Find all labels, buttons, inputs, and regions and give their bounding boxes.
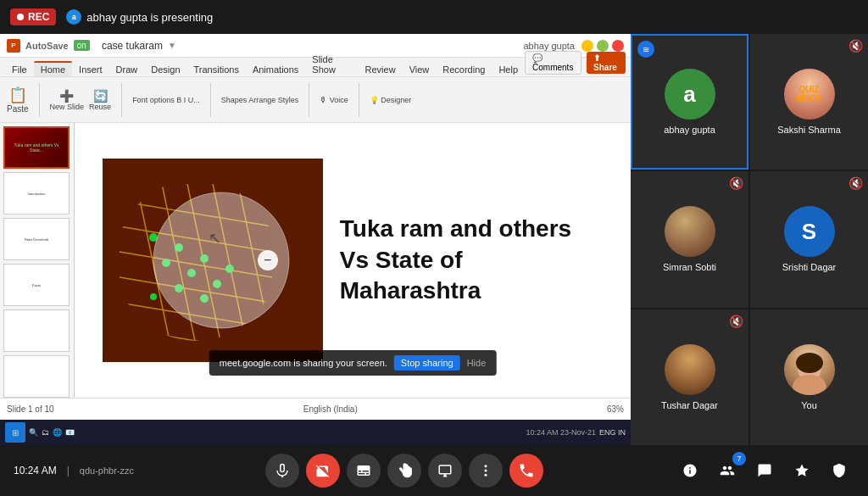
people-badge: 7 — [732, 452, 746, 465]
simran-name: Simran Sobti — [663, 262, 716, 272]
ppt-user: abhay gupta — [523, 41, 575, 51]
top-bar: REC a abhay gupta is presenting — [0, 0, 868, 34]
presentation-area: P AutoSave on case tukaram ▼ abhay gupta… — [0, 34, 631, 445]
activities-button[interactable] — [787, 455, 817, 486]
quizmock-logo: QUIZMOCK — [796, 85, 822, 103]
close-button[interactable]: ✕ — [612, 40, 624, 52]
share-notification-text: meet.google.com is sharing your screen. — [220, 358, 387, 368]
svg-point-35 — [485, 474, 487, 476]
ppt-title-left: P AutoSave on case tukaram ▼ — [7, 39, 176, 53]
ppt-filename: case tukaram — [102, 40, 163, 52]
tab-insert[interactable]: Insert — [72, 63, 109, 76]
raise-hand-button[interactable] — [387, 454, 421, 488]
slide-thumb-3[interactable]: Ratio Decidendi — [3, 218, 70, 260]
tab-animations[interactable]: Animations — [246, 63, 305, 76]
minimize-button[interactable]: — — [581, 40, 593, 52]
slide-thumb-6[interactable] — [3, 355, 70, 398]
tushar-mute-icon: 🔇 — [729, 315, 743, 328]
participants-sidebar: ≋ a abhay gupta 🔇 QUIZMOCK Sakshi Sharma… — [631, 34, 868, 445]
zoom-level: 63% — [607, 404, 624, 414]
svg-point-31 — [793, 375, 826, 395]
sakshi-avatar: QUIZMOCK — [784, 69, 835, 120]
you-avatar — [784, 344, 835, 395]
info-button[interactable] — [675, 455, 705, 486]
rec-label: REC — [28, 11, 49, 23]
abhay-avatar: a — [665, 69, 715, 120]
srishti-name: Srishti Dagar — [782, 262, 837, 272]
camera-button[interactable] — [306, 454, 340, 488]
slides-panel: 1 Tuka ram and others Vs State... 2 Intr… — [0, 123, 75, 398]
meeting-id: qdu-phbr-zzc — [80, 465, 134, 476]
rec-dot — [17, 14, 24, 20]
slide-thumb-4[interactable]: Facts — [3, 264, 70, 306]
tab-slideshow[interactable]: Slide Show — [305, 53, 358, 76]
hide-button[interactable]: Hide — [467, 358, 487, 368]
svg-point-33 — [485, 465, 487, 467]
rec-button[interactable]: REC — [10, 8, 56, 25]
tab-draw[interactable]: Draw — [109, 63, 145, 76]
simran-avatar — [665, 206, 715, 257]
comments-btn[interactable]: 💬 Comments — [525, 51, 581, 75]
ppt-window-controls: — □ ✕ — [581, 40, 624, 52]
participant-tile-simran: 🔇 Simran Sobti — [631, 171, 748, 307]
simran-mute-icon: 🔇 — [729, 176, 743, 190]
present-button[interactable] — [428, 454, 462, 488]
mic-button[interactable] — [265, 454, 299, 488]
safety-button[interactable] — [824, 455, 854, 486]
bottom-left: 10:24 AM | qdu-phbr-zzc — [14, 465, 134, 476]
main-content: P AutoSave on case tukaram ▼ abhay gupta… — [0, 34, 868, 445]
tab-home[interactable]: Home — [34, 61, 72, 76]
slide-content: ↖ − Tuka ram and others Vs State of Maha… — [103, 137, 603, 384]
ribbon-paste[interactable]: 📋Paste — [7, 86, 29, 114]
slide-count: Slide 1 of 10 — [7, 404, 54, 414]
more-options-button[interactable] — [469, 454, 503, 488]
svg-point-32 — [796, 353, 823, 373]
win-start-button[interactable]: ⊞ — [5, 422, 25, 443]
slide-thumb-2[interactable]: Introduction — [3, 172, 70, 215]
participant-tile-sakshi: 🔇 QUIZMOCK Sakshi Sharma — [750, 34, 868, 170]
srishti-mute-icon: 🔇 — [849, 176, 863, 190]
share-btn[interactable]: ⬆ Share — [587, 52, 626, 74]
stop-sharing-button[interactable]: Stop sharing — [394, 355, 460, 371]
end-call-button[interactable] — [509, 454, 543, 488]
you-name: You — [801, 400, 817, 410]
captions-button[interactable] — [347, 454, 381, 488]
tab-transitions[interactable]: Transitions — [187, 63, 246, 76]
slide-thumb-1[interactable]: Tuka ram and others Vs State... — [3, 126, 70, 169]
abhay-name: abhay gupta — [664, 125, 715, 135]
presenter-text: abhay gupta is presenting — [86, 11, 213, 24]
tab-design[interactable]: Design — [144, 63, 186, 76]
ppt-window: P AutoSave on case tukaram ▼ abhay gupta… — [0, 34, 631, 445]
slide-graphic: ↖ − — [103, 159, 323, 362]
maximize-button[interactable]: □ — [597, 40, 609, 52]
slide-thumb-5[interactable] — [3, 309, 70, 352]
tab-view[interactable]: View — [403, 63, 437, 76]
participant-tile-tushar: 🔇 Tushar Dagar — [631, 309, 748, 445]
chat-button[interactable] — [749, 455, 780, 486]
svg-point-24 — [150, 293, 157, 300]
participant-tile-you: You — [750, 309, 868, 445]
ppt-logo: P — [7, 39, 20, 53]
ribbon-reuse-slides[interactable]: 🔄Reuse — [89, 89, 111, 111]
tushar-avatar — [665, 344, 715, 395]
language: English (India) — [303, 404, 358, 414]
tab-recording[interactable]: Recording — [436, 63, 492, 76]
participant-tile-srishti: 🔇 S Srishti Dagar — [750, 171, 868, 307]
meeting-time: 10:24 AM — [14, 465, 57, 476]
presenter-icon: a — [66, 9, 81, 25]
bottom-bar: 10:24 AM | qdu-phbr-zzc — [0, 445, 868, 496]
ribbon-tabs: File Home Insert Draw Design Transitions… — [0, 58, 631, 123]
sakshi-name: Sakshi Sharma — [777, 125, 841, 135]
presenter-info: a abhay gupta is presenting — [66, 9, 213, 25]
tab-review[interactable]: Review — [359, 63, 403, 76]
svg-text:−: − — [264, 253, 271, 267]
main-slide-view: ↖ − Tuka ram and others Vs State of Maha… — [75, 123, 631, 398]
share-notification: meet.google.com is sharing your screen. … — [209, 350, 497, 376]
bottom-center-controls — [265, 454, 543, 488]
tab-help[interactable]: Help — [492, 63, 525, 76]
ribbon-new-slide[interactable]: ➕New Slide — [50, 89, 85, 111]
tab-file[interactable]: File — [5, 63, 34, 76]
slide-title: Tuka ram and others Vs State of Maharash… — [340, 214, 603, 306]
srishti-avatar: S — [784, 206, 835, 257]
participant-tile-abhay: ≋ a abhay gupta — [631, 34, 748, 170]
